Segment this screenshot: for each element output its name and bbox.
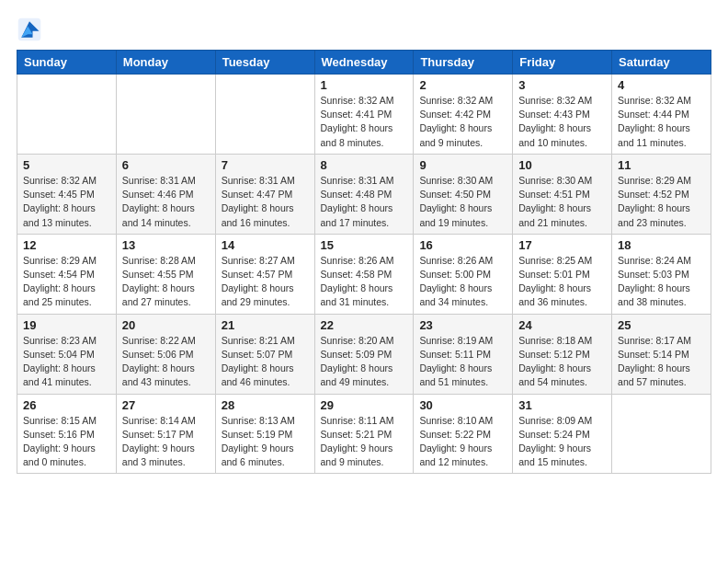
- calendar-cell: 3Sunrise: 8:32 AMSunset: 4:43 PMDaylight…: [513, 75, 612, 155]
- cell-info: Sunrise: 8:26 AMSunset: 5:00 PMDaylight:…: [419, 254, 506, 310]
- cell-info: Sunrise: 8:32 AMSunset: 4:44 PMDaylight:…: [618, 94, 705, 150]
- cell-info: Sunrise: 8:28 AMSunset: 4:55 PMDaylight:…: [122, 254, 210, 310]
- cell-day-number: 27: [122, 398, 210, 412]
- calendar-cell: 2Sunrise: 8:32 AMSunset: 4:42 PMDaylight…: [414, 75, 513, 155]
- weekday-friday: Friday: [513, 51, 612, 75]
- weekday-tuesday: Tuesday: [215, 51, 314, 75]
- cell-info: Sunrise: 8:20 AMSunset: 5:09 PMDaylight:…: [321, 334, 408, 390]
- cell-day-number: 14: [222, 238, 309, 252]
- cell-info: Sunrise: 8:27 AMSunset: 4:57 PMDaylight:…: [222, 254, 309, 310]
- week-row-2: 5Sunrise: 8:32 AMSunset: 4:45 PMDaylight…: [17, 154, 711, 234]
- cell-info: Sunrise: 8:29 AMSunset: 4:52 PMDaylight:…: [618, 174, 705, 230]
- calendar-cell: [612, 394, 711, 474]
- cell-info: Sunrise: 8:30 AMSunset: 4:50 PMDaylight:…: [419, 174, 506, 230]
- cell-day-number: 31: [518, 398, 606, 412]
- cell-info: Sunrise: 8:31 AMSunset: 4:46 PMDaylight:…: [122, 174, 210, 230]
- cell-info: Sunrise: 8:31 AMSunset: 4:48 PMDaylight:…: [321, 174, 408, 230]
- weekday-header-row: SundayMondayTuesdayWednesdayThursdayFrid…: [17, 51, 711, 75]
- calendar-cell: 26Sunrise: 8:15 AMSunset: 5:16 PMDayligh…: [17, 394, 117, 474]
- calendar-cell: 21Sunrise: 8:21 AMSunset: 5:07 PMDayligh…: [215, 314, 314, 394]
- cell-info: Sunrise: 8:10 AMSunset: 5:22 PMDaylight:…: [419, 414, 506, 470]
- logo: [17, 17, 44, 42]
- calendar-cell: [17, 75, 117, 155]
- cell-day-number: 17: [518, 238, 606, 252]
- calendar-cell: 6Sunrise: 8:31 AMSunset: 4:46 PMDaylight…: [116, 154, 215, 234]
- cell-day-number: 22: [321, 318, 408, 332]
- header: [17, 17, 711, 42]
- cell-info: Sunrise: 8:29 AMSunset: 4:54 PMDaylight:…: [23, 254, 110, 310]
- calendar-cell: 12Sunrise: 8:29 AMSunset: 4:54 PMDayligh…: [17, 234, 117, 314]
- cell-day-number: 30: [419, 398, 506, 412]
- weekday-saturday: Saturday: [612, 51, 711, 75]
- cell-day-number: 5: [23, 158, 110, 172]
- cell-info: Sunrise: 8:32 AMSunset: 4:45 PMDaylight:…: [23, 174, 110, 230]
- cell-day-number: 23: [419, 318, 506, 332]
- cell-info: Sunrise: 8:09 AMSunset: 5:24 PMDaylight:…: [518, 414, 606, 470]
- cell-day-number: 24: [518, 318, 606, 332]
- calendar-cell: 7Sunrise: 8:31 AMSunset: 4:47 PMDaylight…: [215, 154, 314, 234]
- calendar-cell: 29Sunrise: 8:11 AMSunset: 5:21 PMDayligh…: [314, 394, 414, 474]
- cell-info: Sunrise: 8:32 AMSunset: 4:42 PMDaylight:…: [419, 94, 506, 150]
- calendar-cell: 13Sunrise: 8:28 AMSunset: 4:55 PMDayligh…: [116, 234, 215, 314]
- cell-info: Sunrise: 8:32 AMSunset: 4:43 PMDaylight:…: [518, 94, 606, 150]
- cell-info: Sunrise: 8:19 AMSunset: 5:11 PMDaylight:…: [419, 334, 506, 390]
- cell-day-number: 8: [321, 158, 408, 172]
- cell-info: Sunrise: 8:25 AMSunset: 5:01 PMDaylight:…: [518, 254, 606, 310]
- cell-info: Sunrise: 8:15 AMSunset: 5:16 PMDaylight:…: [23, 414, 110, 470]
- calendar-cell: 28Sunrise: 8:13 AMSunset: 5:19 PMDayligh…: [215, 394, 314, 474]
- cell-info: Sunrise: 8:14 AMSunset: 5:17 PMDaylight:…: [122, 414, 210, 470]
- cell-day-number: 28: [222, 398, 309, 412]
- weekday-wednesday: Wednesday: [314, 51, 414, 75]
- calendar-cell: 8Sunrise: 8:31 AMSunset: 4:48 PMDaylight…: [314, 154, 414, 234]
- week-row-4: 19Sunrise: 8:23 AMSunset: 5:04 PMDayligh…: [17, 314, 711, 394]
- calendar-cell: 5Sunrise: 8:32 AMSunset: 4:45 PMDaylight…: [17, 154, 117, 234]
- cell-info: Sunrise: 8:13 AMSunset: 5:19 PMDaylight:…: [222, 414, 309, 470]
- cell-day-number: 6: [122, 158, 210, 172]
- calendar-cell: 31Sunrise: 8:09 AMSunset: 5:24 PMDayligh…: [513, 394, 612, 474]
- cell-day-number: 18: [618, 238, 705, 252]
- calendar-cell: 10Sunrise: 8:30 AMSunset: 4:51 PMDayligh…: [513, 154, 612, 234]
- weekday-thursday: Thursday: [414, 51, 513, 75]
- cell-day-number: 4: [618, 78, 705, 92]
- calendar-cell: [215, 75, 314, 155]
- cell-day-number: 29: [321, 398, 408, 412]
- cell-info: Sunrise: 8:24 AMSunset: 5:03 PMDaylight:…: [618, 254, 705, 310]
- calendar-cell: 22Sunrise: 8:20 AMSunset: 5:09 PMDayligh…: [314, 314, 414, 394]
- calendar-cell: 27Sunrise: 8:14 AMSunset: 5:17 PMDayligh…: [116, 394, 215, 474]
- week-row-1: 1Sunrise: 8:32 AMSunset: 4:41 PMDaylight…: [17, 75, 711, 155]
- cell-day-number: 25: [618, 318, 705, 332]
- cell-info: Sunrise: 8:32 AMSunset: 4:41 PMDaylight:…: [321, 94, 408, 150]
- weekday-sunday: Sunday: [17, 51, 117, 75]
- calendar-cell: 15Sunrise: 8:26 AMSunset: 4:58 PMDayligh…: [314, 234, 414, 314]
- calendar-cell: [116, 75, 215, 155]
- calendar-cell: 17Sunrise: 8:25 AMSunset: 5:01 PMDayligh…: [513, 234, 612, 314]
- cell-info: Sunrise: 8:11 AMSunset: 5:21 PMDaylight:…: [321, 414, 408, 470]
- calendar-cell: 18Sunrise: 8:24 AMSunset: 5:03 PMDayligh…: [612, 234, 711, 314]
- calendar-cell: 14Sunrise: 8:27 AMSunset: 4:57 PMDayligh…: [215, 234, 314, 314]
- cell-day-number: 19: [23, 318, 110, 332]
- cell-info: Sunrise: 8:26 AMSunset: 4:58 PMDaylight:…: [321, 254, 408, 310]
- cell-day-number: 3: [518, 78, 606, 92]
- cell-day-number: 10: [518, 158, 606, 172]
- cell-info: Sunrise: 8:18 AMSunset: 5:12 PMDaylight:…: [518, 334, 606, 390]
- cell-day-number: 11: [618, 158, 705, 172]
- general-blue-icon: [17, 17, 42, 42]
- calendar-cell: 20Sunrise: 8:22 AMSunset: 5:06 PMDayligh…: [116, 314, 215, 394]
- calendar-cell: 1Sunrise: 8:32 AMSunset: 4:41 PMDaylight…: [314, 75, 414, 155]
- cell-info: Sunrise: 8:31 AMSunset: 4:47 PMDaylight:…: [222, 174, 309, 230]
- calendar-cell: 4Sunrise: 8:32 AMSunset: 4:44 PMDaylight…: [612, 75, 711, 155]
- cell-day-number: 21: [222, 318, 309, 332]
- cell-day-number: 12: [23, 238, 110, 252]
- cell-day-number: 16: [419, 238, 506, 252]
- cell-day-number: 20: [122, 318, 210, 332]
- cell-info: Sunrise: 8:22 AMSunset: 5:06 PMDaylight:…: [122, 334, 210, 390]
- weekday-monday: Monday: [116, 51, 215, 75]
- calendar-cell: 9Sunrise: 8:30 AMSunset: 4:50 PMDaylight…: [414, 154, 513, 234]
- cell-day-number: 15: [321, 238, 408, 252]
- cell-info: Sunrise: 8:17 AMSunset: 5:14 PMDaylight:…: [618, 334, 705, 390]
- calendar-cell: 23Sunrise: 8:19 AMSunset: 5:11 PMDayligh…: [414, 314, 513, 394]
- cell-day-number: 7: [222, 158, 309, 172]
- cell-day-number: 2: [419, 78, 506, 92]
- cell-info: Sunrise: 8:21 AMSunset: 5:07 PMDaylight:…: [222, 334, 309, 390]
- calendar-cell: 19Sunrise: 8:23 AMSunset: 5:04 PMDayligh…: [17, 314, 117, 394]
